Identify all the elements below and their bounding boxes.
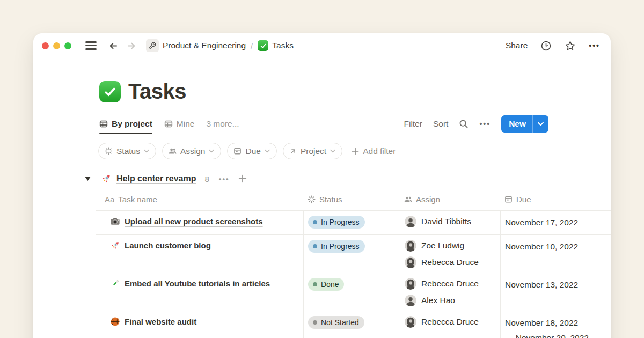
close-window-button[interactable] bbox=[42, 42, 49, 49]
task-title-cell[interactable]: Upload all new product screenshots bbox=[96, 211, 303, 234]
table-row: Final website audit Not Started Rebecca … bbox=[96, 311, 611, 338]
status-pill[interactable]: Done bbox=[308, 278, 344, 291]
due-cell[interactable]: November 17, 2022 bbox=[500, 211, 611, 234]
filter-chip-assign[interactable]: Assign bbox=[162, 143, 222, 159]
task-title-link[interactable]: Launch customer blog bbox=[125, 241, 211, 250]
status-dot bbox=[313, 320, 317, 325]
column-label: Status bbox=[319, 195, 342, 204]
status-cell: Not Started bbox=[303, 311, 400, 338]
due-date: November 17, 2022 bbox=[505, 218, 578, 227]
tab-mine[interactable]: Mine bbox=[164, 114, 195, 134]
status-label: In Progress bbox=[321, 218, 360, 226]
assignee[interactable]: Alex Hao bbox=[405, 295, 496, 306]
due-cell[interactable]: November 13, 2022 bbox=[500, 273, 611, 311]
filter-button[interactable]: Filter bbox=[404, 119, 422, 129]
people-icon bbox=[404, 195, 412, 203]
filter-chip-due[interactable]: Due bbox=[227, 143, 276, 159]
due-date: November 10, 2022 bbox=[505, 242, 578, 251]
task-title-cell[interactable]: Launch customer blog bbox=[96, 235, 303, 273]
column-label: Assign bbox=[416, 195, 440, 204]
star-icon[interactable] bbox=[565, 40, 576, 52]
breadcrumb-workspace-label: Product & Engineering bbox=[163, 41, 246, 50]
calendar-icon bbox=[504, 195, 513, 203]
avatar bbox=[405, 278, 416, 290]
tasks-table: Aa Task name Status Assign Due Upload al… bbox=[96, 188, 611, 338]
notion-app-window: Product & Engineering / Tasks Share ••• … bbox=[33, 33, 611, 338]
column-label: Due bbox=[516, 195, 531, 204]
chip-label: Project bbox=[301, 146, 326, 156]
wrench-icon bbox=[146, 39, 159, 52]
forward-arrow-icon[interactable] bbox=[126, 41, 136, 51]
due-cell[interactable]: November 10, 2022 bbox=[500, 235, 611, 273]
assignee-name: Rebecca Druce bbox=[421, 317, 479, 327]
sort-button[interactable]: Sort bbox=[433, 119, 448, 129]
check-mark-badge-icon[interactable] bbox=[99, 81, 121, 102]
column-header-assign[interactable]: Assign bbox=[400, 188, 500, 210]
add-filter-button[interactable]: Add filter bbox=[352, 146, 396, 156]
add-filter-label: Add filter bbox=[363, 146, 396, 156]
task-title-link[interactable]: Embed all Youtube tutorials in articles bbox=[125, 279, 270, 288]
group-title-link[interactable]: Help center revamp bbox=[116, 174, 196, 183]
chevron-down-icon bbox=[330, 149, 335, 153]
column-header-due[interactable]: Due bbox=[500, 188, 611, 210]
task-title-cell[interactable]: Final website audit bbox=[96, 311, 303, 338]
zoom-window-button[interactable] bbox=[64, 42, 71, 49]
assignee[interactable]: Rebecca Druce bbox=[405, 316, 496, 328]
table-row: Embed all Youtube tutorials in articles … bbox=[96, 273, 611, 311]
column-header-status[interactable]: Status bbox=[303, 188, 400, 210]
group-more-icon[interactable]: ••• bbox=[219, 175, 230, 183]
filter-bar: Status Assign Due Project Add filter bbox=[98, 143, 611, 159]
tab-label: By project bbox=[112, 119, 152, 129]
more-options-icon[interactable]: ••• bbox=[589, 41, 600, 50]
new-button[interactable]: New bbox=[501, 115, 548, 133]
basketball-emoji bbox=[110, 317, 120, 330]
chevron-down-icon bbox=[209, 149, 214, 153]
status-pill[interactable]: In Progress bbox=[308, 216, 365, 229]
collapse-triangle-icon[interactable] bbox=[85, 177, 91, 181]
chevron-down-icon bbox=[265, 149, 270, 153]
search-icon[interactable] bbox=[459, 119, 469, 129]
assignee-name: David Tibbitts bbox=[421, 217, 471, 226]
chip-label: Due bbox=[245, 146, 260, 156]
breadcrumb-page[interactable]: Tasks bbox=[258, 40, 294, 51]
camera-emoji bbox=[110, 216, 120, 230]
test-tube-emoji bbox=[110, 278, 120, 292]
back-arrow-icon[interactable] bbox=[108, 41, 119, 51]
assignee[interactable]: Zoe Ludwig bbox=[405, 240, 496, 252]
assign-cell: David Tibbitts bbox=[400, 211, 500, 234]
table-row: Upload all new product screenshots In Pr… bbox=[96, 211, 611, 235]
due-cell[interactable]: November 18, 2022 → November 20, 2022 bbox=[500, 311, 611, 338]
new-button-label[interactable]: New bbox=[501, 115, 532, 133]
sidebar-menu-icon[interactable] bbox=[85, 41, 97, 49]
assignee[interactable]: Rebecca Druce bbox=[405, 256, 496, 268]
status-pill[interactable]: In Progress bbox=[308, 240, 365, 253]
more-views-button[interactable]: 3 more... bbox=[206, 114, 239, 134]
status-cell: Done bbox=[303, 273, 400, 311]
view-options-icon[interactable]: ••• bbox=[479, 120, 491, 128]
assignee[interactable]: Rebecca Druce bbox=[405, 278, 496, 290]
page-header: Tasks bbox=[33, 79, 611, 104]
filter-chip-status[interactable]: Status bbox=[98, 143, 156, 159]
filter-chip-project[interactable]: Project bbox=[283, 143, 342, 159]
share-button[interactable]: Share bbox=[506, 41, 528, 50]
assignee[interactable]: David Tibbitts bbox=[405, 216, 496, 227]
plus-icon bbox=[352, 148, 359, 155]
group-add-icon[interactable] bbox=[238, 174, 247, 183]
task-title-cell[interactable]: Embed all Youtube tutorials in articles bbox=[96, 273, 303, 311]
chevron-down-icon[interactable] bbox=[533, 115, 548, 133]
column-header-task-name[interactable]: Aa Task name bbox=[96, 188, 303, 210]
chevron-down-icon bbox=[144, 149, 149, 153]
minimize-window-button[interactable] bbox=[53, 42, 60, 49]
status-pill[interactable]: Not Started bbox=[308, 316, 364, 329]
breadcrumb-workspace[interactable]: Product & Engineering bbox=[146, 39, 246, 52]
due-date-range-end: → November 20, 2022 bbox=[505, 332, 606, 338]
task-title-link[interactable]: Final website audit bbox=[125, 317, 196, 326]
task-title-link[interactable]: Upload all new product screenshots bbox=[125, 217, 263, 226]
avatar bbox=[405, 240, 416, 252]
status-cell: In Progress bbox=[303, 211, 400, 234]
avatar bbox=[405, 216, 416, 227]
status-dot bbox=[313, 282, 317, 286]
avatar bbox=[405, 295, 416, 306]
clock-icon[interactable] bbox=[540, 40, 552, 52]
tab-by-project[interactable]: By project bbox=[99, 114, 152, 134]
